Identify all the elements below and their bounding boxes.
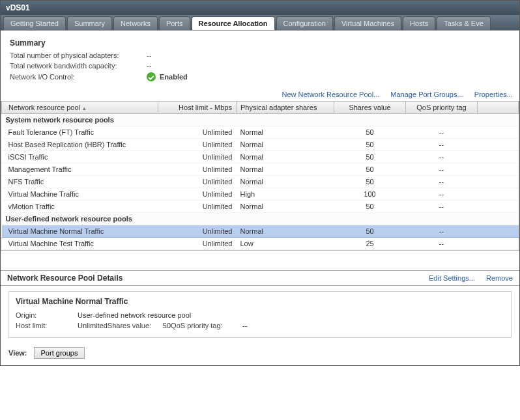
cell-qos: -- [406,139,478,151]
check-circle-icon [147,72,156,81]
details-heading: Network Resource Pool Details [7,273,123,283]
cell-shares-value: 100 [334,188,406,201]
table-row[interactable]: Virtual Machine TrafficUnlimitedHigh100-… [2,188,519,201]
cell-limit: Unlimited [158,126,237,139]
table-row[interactable]: NFS TrafficUnlimitedNormal50-- [2,176,519,188]
nic-row: Network I/O Control: Enabled [10,72,510,81]
summary-value: -- [147,62,151,70]
cell-shares: Normal [237,201,334,213]
summary-section: Summary Total number of physical adapter… [1,31,519,89]
vsphere-window: vDS01 Getting StartedSummaryNetworksPort… [0,0,520,366]
cell-shares-value: 50 [334,139,406,151]
cell-qos: -- [406,238,478,250]
cell-qos: -- [406,151,478,163]
col-header-limit[interactable]: Host limit - Mbps [158,102,237,114]
table-row[interactable]: iSCSI TrafficUnlimitedNormal50-- [2,151,519,163]
cell-shares: Normal [237,139,334,151]
tab-bar: Getting StartedSummaryNetworksPortsResou… [1,15,519,31]
resource-pool-tbody: System network resource poolsFault Toler… [2,114,519,250]
manage-port-groups-link[interactable]: Manage Port Groups... [390,91,463,98]
tab-configuration[interactable]: Configuration [276,16,333,30]
table-row[interactable]: Fault Tolerance (FT) TrafficUnlimitedNor… [2,126,519,139]
cell-limit: Unlimited [158,163,237,176]
port-groups-button[interactable]: Port groups [34,347,85,359]
table-row[interactable]: vMotion TrafficUnlimitedNormal50-- [2,201,519,213]
remove-link[interactable]: Remove [486,274,513,282]
details-bar: Network Resource Pool Details Edit Setti… [1,270,519,286]
toolbar-links: New Network Resource Pool... Manage Port… [1,89,519,101]
properties-link[interactable]: Properties... [474,91,513,98]
shares-value-label: Shares value: [108,322,163,329]
tab-virtual-machines[interactable]: Virtual Machines [334,16,401,30]
view-row: View: Port groups [1,344,519,365]
summary-label: Total number of physical adapters: [10,51,147,59]
col-header-qos[interactable]: QoS priority tag [406,102,478,114]
details-box: Virtual Machine Normal Traffic Origin: U… [8,291,512,338]
cell-shares: Normal [237,176,334,188]
cell-name: Management Traffic [2,163,158,176]
origin-label: Origin: [16,311,78,319]
group-name: System network resource pools [2,114,519,126]
cell-name: Host Based Replication (HBR) Traffic [2,139,158,151]
cell-limit: Unlimited [158,188,237,201]
cell-limit: Unlimited [158,238,237,250]
cell-limit: Unlimited [158,176,237,188]
cell-qos: -- [406,176,478,188]
summary-heading: Summary [10,38,510,48]
cell-shares-value: 50 [334,163,406,176]
tab-hosts[interactable]: Hosts [403,16,435,30]
cell-limit: Unlimited [158,151,237,163]
group-row: User-defined network resource pools [2,213,519,225]
cell-qos: -- [406,188,478,201]
cell-qos: -- [406,126,478,139]
cell-qos: -- [406,163,478,176]
resource-pool-table: Network resource pool▴ Host limit - Mbps… [1,101,519,250]
summary-value: -- [147,51,151,59]
cell-shares-value: 25 [334,238,406,250]
cell-shares: Normal [237,225,334,238]
edit-settings-link[interactable]: Edit Settings... [429,274,475,282]
cell-shares-value: 50 [334,225,406,238]
table-row[interactable]: Virtual Machine Test TrafficUnlimitedLow… [2,238,519,250]
origin-value: User-defined network resource pool [78,311,504,319]
cell-qos: -- [406,201,478,213]
cell-name: NFS Traffic [2,176,158,188]
cell-name: Fault Tolerance (FT) Traffic [2,126,158,139]
cell-limit: Unlimited [158,201,237,213]
col-header-shares-value[interactable]: Shares value [334,102,406,114]
cell-name: Virtual Machine Normal Traffic [2,225,158,238]
tab-networks[interactable]: Networks [113,16,158,30]
cell-limit: Unlimited [158,225,237,238]
resource-pool-table-frame: Network resource pool▴ Host limit - Mbps… [1,101,519,251]
group-name: User-defined network resource pools [2,213,519,225]
qos-value: -- [242,322,247,329]
cell-shares: Low [237,238,334,250]
tab-getting-started[interactable]: Getting Started [3,16,66,30]
tab-summary[interactable]: Summary [67,16,112,30]
nic-value: Enabled [160,73,188,81]
cell-shares: Normal [237,163,334,176]
tab-resource-allocation[interactable]: Resource Allocation [192,16,275,30]
col-header-shares[interactable]: Physical adapter shares [237,102,334,114]
view-label: View: [8,349,27,357]
tab-tasks-eve[interactable]: Tasks & Eve [437,16,491,30]
table-row[interactable]: Host Based Replication (HBR) TrafficUnli… [2,139,519,151]
cell-shares: High [237,188,334,201]
cell-shares: Normal [237,126,334,139]
summary-rows: Total number of physical adapters:--Tota… [10,51,510,70]
cell-shares-value: 50 [334,176,406,188]
tab-ports[interactable]: Ports [159,16,190,30]
summary-row: Total network bandwidth capacity:-- [10,62,510,70]
table-row[interactable]: Virtual Machine Normal TrafficUnlimitedN… [2,225,519,238]
details-name: Virtual Machine Normal Traffic [16,297,504,306]
cell-shares: Normal [237,151,334,163]
new-resource-pool-link[interactable]: New Network Resource Pool... [282,91,380,98]
cell-shares-value: 50 [334,151,406,163]
table-row[interactable]: Management TrafficUnlimitedNormal50-- [2,163,519,176]
cell-shares-value: 50 [334,126,406,139]
summary-row: Total number of physical adapters:-- [10,51,510,59]
host-limit-value: Unlimited [78,322,108,329]
cell-name: Virtual Machine Traffic [2,188,158,201]
nic-label: Network I/O Control: [10,73,147,81]
col-header-name[interactable]: Network resource pool▴ [2,102,158,114]
